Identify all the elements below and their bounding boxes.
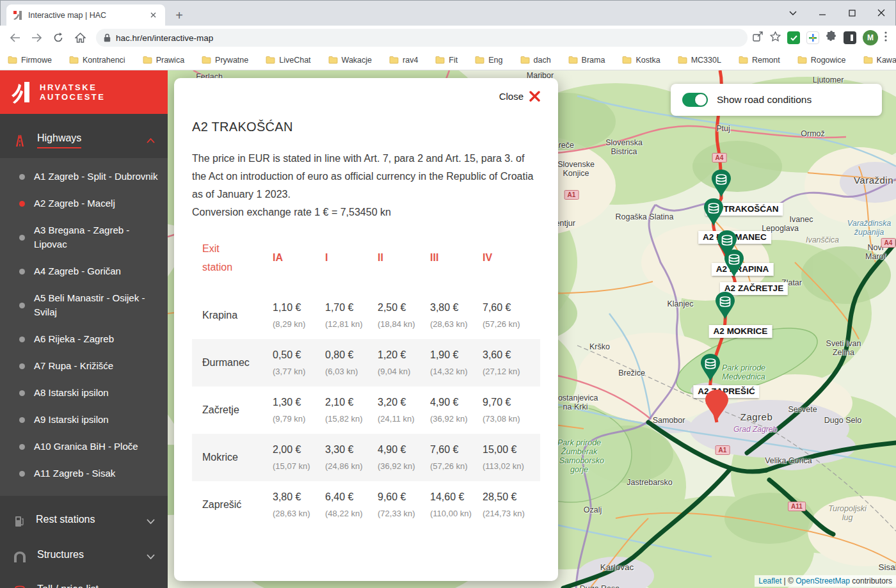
toll-station-marker[interactable] [703, 198, 724, 227]
folder-icon [568, 56, 578, 64]
sidebar-section-structures[interactable]: Structures [0, 539, 168, 574]
folder-icon [475, 56, 484, 64]
highway-label: A10 Granica BiH - Ploče [34, 440, 138, 454]
extension-check-icon[interactable] [787, 31, 800, 44]
reload-icon[interactable] [49, 28, 68, 47]
sidebar-item-highway[interactable]: A7 Rupa - Križišće [0, 353, 168, 379]
price-kn: (36,92 kn) [378, 461, 430, 471]
highway-label: A1 Zagreb - Split - Dubrovnik [34, 170, 157, 184]
bookmark-item[interactable]: MC330L [678, 56, 721, 65]
sidebar-section-rest-stations[interactable]: Rest stations [0, 504, 168, 539]
map-canvas[interactable]: FerlachMariborLjutomerPtujOrmožVaraždinS… [168, 70, 896, 588]
bookmark-label: Fit [449, 56, 458, 65]
bookmark-item[interactable]: Kostka [622, 56, 660, 65]
bookmark-item[interactable]: rav4 [389, 56, 418, 65]
extensions-puzzle-icon[interactable] [826, 31, 837, 45]
price-kn: (72,33 kn) [378, 509, 430, 518]
modal-intro-text: The price in EUR is stated in line with … [192, 150, 540, 203]
sidebar-item-highway[interactable]: A1 Zagreb - Split - Dubrovnik [0, 163, 168, 190]
folder-icon [678, 56, 687, 64]
share-icon[interactable] [753, 31, 764, 44]
close-button[interactable]: Close [192, 91, 540, 102]
sidebar-extension-icon[interactable] [844, 31, 856, 44]
price-eur: 3,20 € [378, 397, 430, 408]
sidebar-section-toll-price-list[interactable]: Toll / price list [0, 574, 168, 588]
bookmark-item[interactable]: Wakacje [328, 56, 372, 65]
sidebar-item-highway[interactable]: A4 Zagreb - Goričan [0, 258, 168, 285]
bookmark-item[interactable]: Firmowe [8, 56, 52, 65]
sidebar-item-highway[interactable]: A9 Istarski ipsilon [0, 406, 168, 433]
bookmark-item[interactable]: dach [520, 56, 551, 65]
sidebar-item-highway[interactable]: A3 Bregana - Zagreb - Lipovac [0, 217, 168, 258]
price-table-header: Exit station IAIIIIIIIV [192, 235, 540, 292]
red-pin-icon [704, 389, 730, 422]
extension-plus-icon[interactable] [806, 31, 819, 44]
price-eur: 1,20 € [378, 349, 430, 361]
bookmark-item[interactable]: Rogowice [797, 56, 846, 65]
price-cell: 6,40 €(48,22 kn) [325, 491, 378, 518]
bookmark-item[interactable]: Kawa [863, 56, 896, 65]
highway-status-dot [19, 390, 25, 396]
toll-station-marker-label[interactable]: A2 MOKRICE [709, 325, 772, 338]
selected-location-pin[interactable] [704, 389, 730, 422]
close-window-button[interactable] [867, 0, 896, 26]
price-kn: (28,63 kn) [430, 319, 483, 329]
bookmark-label: Rogowice [811, 56, 846, 65]
highway-label: A3 Bregana - Zagreb - Lipovac [34, 223, 159, 251]
sidebar-item-highway[interactable]: A2 Zagreb - Macelj [0, 190, 168, 217]
sidebar-item-highway[interactable]: A5 Beli Manastir - Osijek - Svilaj [0, 285, 168, 326]
chevron-down-icon [147, 554, 155, 559]
price-eur: 1,30 € [273, 397, 325, 408]
toll-station-marker[interactable] [700, 353, 721, 383]
tab-search-icon[interactable] [778, 0, 808, 26]
sidebar-item-highway[interactable]: A11 Zagreb - Sisak [0, 460, 168, 487]
forward-icon[interactable] [27, 28, 46, 47]
toll-station-marker[interactable] [714, 291, 736, 321]
toll-station-marker[interactable] [723, 249, 745, 278]
sidebar-item-highway[interactable]: A8 Istarski ipsilon [0, 379, 168, 406]
address-bar[interactable]: hac.hr/en/interactive-map [96, 29, 748, 47]
price-table-row: Krapina1,10 €(8,29 kn)1,70 €(12,81 kn)2,… [192, 292, 540, 339]
bookmark-item[interactable]: Eng [475, 56, 502, 65]
browser-window: Interactive map | HAC + [0, 0, 896, 588]
browser-tab[interactable]: Interactive map | HAC [6, 4, 165, 26]
bookmark-item[interactable]: LiveChat [266, 56, 310, 65]
bookmark-item[interactable]: Remont [739, 56, 780, 65]
price-cell: 7,60 €(57,26 kn) [483, 302, 535, 329]
price-eur: 4,90 € [430, 397, 483, 408]
highway-status-dot [19, 337, 25, 342]
road-conditions-toggle[interactable] [682, 93, 708, 107]
folder-icon [435, 56, 445, 64]
bookmark-item[interactable]: Brama [568, 56, 605, 65]
toll-station-marker[interactable] [710, 169, 732, 198]
bookmark-item[interactable]: Prawica [143, 56, 184, 65]
bookmark-item[interactable]: Fit [435, 56, 458, 65]
folder-icon [266, 56, 275, 64]
leaflet-link[interactable]: Leaflet [758, 576, 781, 585]
back-icon[interactable] [5, 28, 24, 47]
hac-logo[interactable]: HRVATSKE AUTOCESTE [0, 70, 168, 114]
road-shield: A1 [716, 445, 730, 455]
sidebar-item-highway[interactable]: A10 Granica BiH - Ploče [0, 433, 168, 460]
bookmark-item[interactable]: Kontrahenci [69, 56, 125, 65]
toll-price-modal: Close A2 TRAKOŠĆAN The price in EUR is s… [174, 78, 558, 581]
sidebar-section-highways[interactable]: Highways [0, 123, 168, 158]
price-eur: 3,80 € [273, 491, 325, 503]
new-tab-button[interactable]: + [170, 6, 188, 24]
home-icon[interactable] [70, 28, 90, 47]
sidebar-item-highway[interactable]: A6 Rijeka - Zagreb [0, 326, 168, 353]
price-cell: 0,50 €(3,77 kn) [273, 349, 325, 376]
toll-pin-icon [703, 198, 724, 227]
price-kn: (8,29 kn) [273, 319, 325, 329]
price-kn: (110,00 kn) [430, 509, 483, 518]
bookmark-star-icon[interactable] [770, 31, 781, 44]
bookmark-label: rav4 [403, 56, 418, 65]
minimize-button[interactable] [808, 0, 837, 26]
browser-menu-icon[interactable] [884, 31, 887, 44]
price-class-header: IV [483, 252, 535, 264]
openstreetmap-link[interactable]: OpenStreetMap [796, 576, 850, 585]
profile-avatar[interactable]: M [863, 30, 878, 45]
tab-close-icon[interactable] [148, 10, 159, 20]
bookmark-item[interactable]: Prywatne [202, 56, 248, 65]
maximize-button[interactable] [837, 0, 867, 26]
